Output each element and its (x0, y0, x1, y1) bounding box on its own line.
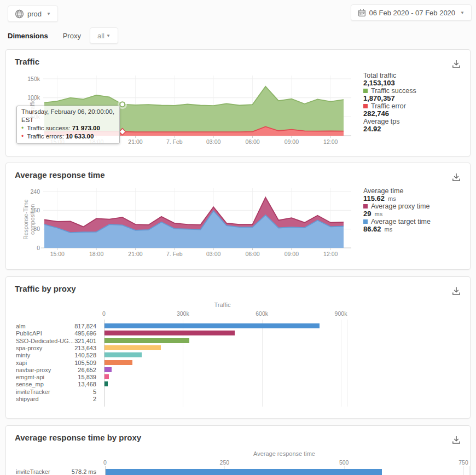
tooltip-row: • Traffic success: 71 973.00 (21, 124, 115, 132)
date-range-label: 06 Feb 2020 - 07 Feb 2020 (369, 9, 456, 17)
date-range-picker[interactable]: 06 Feb 2020 - 07 Feb 2020 ▼ (351, 4, 472, 21)
bar[interactable] (105, 345, 161, 350)
response-time-area-chart[interactable]: Response-Time composition 24016080015:00… (15, 186, 361, 269)
bar-row-value: 15,839 (53, 374, 96, 380)
card-title: Traffic (15, 57, 39, 66)
x-tick-label: 15:00 (50, 251, 65, 257)
bar[interactable] (105, 360, 132, 365)
stat-value: 282,746 (363, 110, 465, 118)
bar[interactable] (106, 469, 382, 475)
bar-row-label: inviteTracker (16, 468, 50, 475)
stat-value: 29ms (363, 210, 465, 218)
stat-label: Average tps (363, 118, 465, 125)
dimension-proxy-label: Proxy (63, 32, 81, 40)
y-tick-label: 80 (33, 225, 40, 232)
card-title: Average response time (15, 170, 105, 179)
x-tick-label: 250 (220, 459, 230, 466)
bar-row-value: 321,401 (53, 338, 96, 344)
x-tick-label: 03:00 (206, 138, 220, 145)
download-button[interactable] (451, 59, 461, 69)
y-axis-label: Response-Time (22, 199, 29, 240)
bar-row-label: shipyard (16, 396, 39, 402)
gridline (341, 320, 341, 407)
bar-row-label: PublicAPI (16, 330, 42, 337)
bar-row-label: alm (16, 323, 26, 329)
bar[interactable] (105, 374, 109, 379)
traffic-chart-area: Traffic 150k100k50k015:0018:0021:007. Fe… (15, 71, 361, 154)
x-tick-label: 03:00 (206, 251, 220, 257)
gridline (262, 320, 263, 407)
bar-row-label: emgmt-api (16, 374, 44, 380)
y-tick-label: 150k (27, 76, 40, 82)
bar[interactable] (105, 338, 189, 343)
bar-row-value: 13,468 (53, 381, 96, 387)
environment-label: prod (27, 10, 42, 18)
proxy-filter-value: all (97, 32, 105, 40)
bar-row-value: 213,643 (53, 345, 96, 351)
response-chart-area: Response-Time composition 24016080015:00… (15, 186, 361, 269)
x-tick-label: 7. Feb (166, 251, 183, 257)
bar[interactable] (105, 381, 108, 386)
y-tick-label: 160 (30, 207, 40, 213)
bar-row-value: 105,509 (53, 360, 96, 366)
calendar-icon (358, 9, 366, 17)
x-tick-label: 900k (335, 310, 347, 317)
response-time-card: Average response time Response-Time comp… (5, 163, 471, 270)
bar-row-label: xapi (16, 360, 27, 366)
y-tick-label: 240 (30, 188, 40, 195)
dimensions-label: Dimensions (8, 32, 48, 40)
environment-switcher[interactable]: prod ▼ (8, 5, 58, 22)
dimensions-bar: Dimensions Proxy all ▼ (8, 27, 118, 44)
traffic-by-proxy-bar-chart[interactable]: 0300k600k900kTrafficalm817,824PublicAPI4… (6, 277, 470, 418)
stat-value: 1,870,357 (363, 95, 465, 102)
x-tick-label: 09:00 (285, 138, 299, 145)
axis-label: Traffic (214, 302, 231, 308)
x-tick-label: 21:00 (128, 138, 142, 145)
response-by-proxy-bar-chart[interactable]: 0250500750Average response timeinviteTra… (6, 426, 470, 475)
stat-label: Average time (363, 187, 465, 195)
bar-row-label: spa-proxy (16, 345, 42, 351)
stat-label: Total traffic (363, 72, 465, 79)
gridline (347, 320, 347, 407)
legend-swatch (363, 204, 368, 208)
globe-icon (15, 9, 24, 19)
bar-row-label: inviteTracker (16, 389, 50, 395)
x-tick-label: 600k (256, 310, 268, 317)
caret-down-icon: ▼ (106, 33, 111, 38)
stat-value: 86.62ms (363, 225, 465, 233)
stat-value: 115.62ms (363, 195, 465, 202)
traffic-stats: Total traffic2,153,103Traffic success1,8… (363, 72, 465, 133)
gridline (469, 466, 470, 475)
bar[interactable] (105, 331, 235, 335)
tooltip-row: • Traffic errors: 10 633.00 (21, 132, 115, 141)
bar-row-label: minty (16, 352, 30, 358)
bar-row-value: 495,696 (53, 330, 96, 337)
x-tick-label: 09:00 (285, 251, 299, 257)
bar-row-value: 140,528 (53, 352, 96, 358)
bar-row-value: 578.2 ms (53, 468, 96, 475)
x-tick-label: 7. Feb (166, 138, 183, 145)
stat-label: Traffic success (363, 87, 465, 95)
traffic-by-proxy-card: Traffic by proxy 0300k600k900kTrafficalm… (5, 276, 471, 419)
axis-label: Average response time (253, 450, 315, 457)
bar[interactable] (105, 352, 142, 357)
x-tick-label: 750 (458, 459, 468, 466)
response-stats: Average time115.62msAverage proxy time29… (363, 187, 465, 233)
bar[interactable] (105, 323, 320, 328)
caret-down-icon: ▼ (47, 11, 51, 16)
y-tick-label: 100k (27, 94, 40, 101)
y-tick-label: 0 (37, 245, 40, 251)
bar-row-value: 5 (53, 389, 96, 395)
bar[interactable] (105, 367, 112, 372)
proxy-filter-dropdown[interactable]: all ▼ (90, 27, 118, 44)
legend-swatch (363, 219, 368, 224)
download-button[interactable] (451, 172, 461, 182)
stat-label: Average target time (363, 218, 465, 225)
x-tick-label: 300k (177, 310, 189, 317)
x-tick-label: 18:00 (89, 251, 103, 257)
bar-row-value: 817,824 (53, 323, 96, 329)
caret-down-icon: ▼ (460, 10, 465, 15)
x-tick-label: 0 (103, 459, 107, 466)
x-tick-label: 06:00 (245, 138, 259, 145)
tooltip-title: Thursday, February 06, 20:00:00, EST (21, 108, 115, 124)
